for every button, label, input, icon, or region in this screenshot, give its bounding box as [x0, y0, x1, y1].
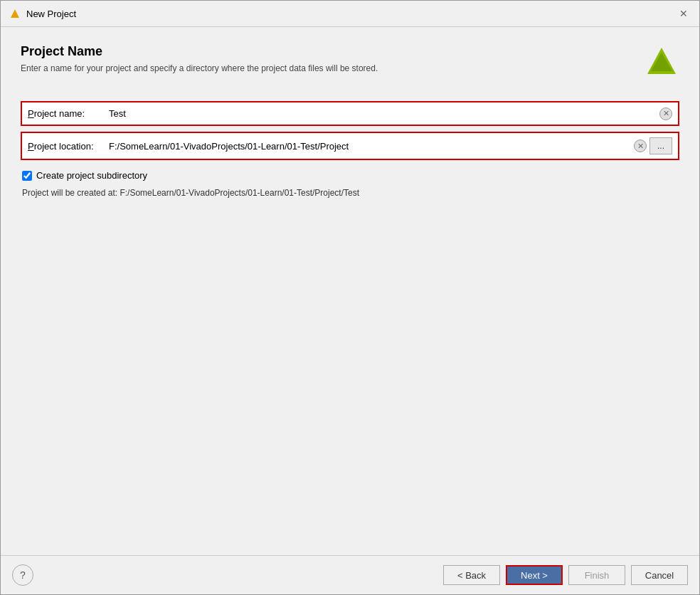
title-bar-left: New Project	[9, 8, 76, 19]
page-header-text: Project Name Enter a name for your proje…	[21, 44, 644, 73]
back-button[interactable]: < Back	[443, 565, 500, 585]
project-name-input[interactable]	[106, 107, 657, 120]
project-location-row: Project location: ✕ ...	[21, 132, 679, 160]
project-location-browse-button[interactable]: ...	[649, 137, 672, 154]
project-name-row: Project name: ✕	[21, 101, 679, 126]
project-location-label: Project location:	[28, 141, 106, 152]
project-location-clear-button[interactable]: ✕	[634, 139, 647, 152]
page-title: Project Name	[21, 44, 644, 59]
form-section: Project name: ✕ Project location: ✕ ...	[21, 101, 679, 166]
title-bar: New Project ✕	[1, 1, 699, 27]
cancel-button[interactable]: Cancel	[631, 565, 688, 585]
footer-left: ?	[12, 564, 33, 586]
vivado-logo	[644, 44, 679, 80]
project-path-info: Project will be created at: F:/SomeLearn…	[22, 188, 679, 198]
project-name-label: Project name:	[28, 108, 106, 119]
dialog-footer: ? < Back Next > Finish Cancel	[1, 555, 699, 594]
project-location-input-wrapper: ✕ ...	[106, 137, 672, 154]
next-button[interactable]: Next >	[506, 565, 563, 585]
project-name-clear-button[interactable]: ✕	[659, 107, 672, 120]
svg-marker-0	[11, 9, 19, 18]
create-subdirectory-checkbox[interactable]	[22, 171, 32, 181]
footer-buttons: < Back Next > Finish Cancel	[443, 565, 688, 585]
dialog-content: Project Name Enter a name for your proje…	[1, 27, 699, 555]
window-title: New Project	[26, 9, 76, 19]
help-button[interactable]: ?	[12, 564, 33, 586]
project-name-input-wrapper: ✕	[106, 107, 672, 120]
new-project-dialog: New Project ✕ Project Name Enter a name …	[0, 0, 700, 595]
page-header: Project Name Enter a name for your proje…	[21, 44, 679, 80]
app-icon	[9, 8, 21, 19]
project-location-input[interactable]	[106, 139, 631, 153]
create-subdirectory-row: Create project subdirectory	[22, 170, 679, 181]
finish-button[interactable]: Finish	[568, 565, 625, 585]
project-path-text: Project will be created at: F:/SomeLearn…	[22, 188, 359, 198]
page-subtitle: Enter a name for your project and specif…	[21, 63, 644, 73]
create-subdirectory-label[interactable]: Create project subdirectory	[36, 170, 147, 181]
close-button[interactable]: ✕	[677, 6, 691, 21]
